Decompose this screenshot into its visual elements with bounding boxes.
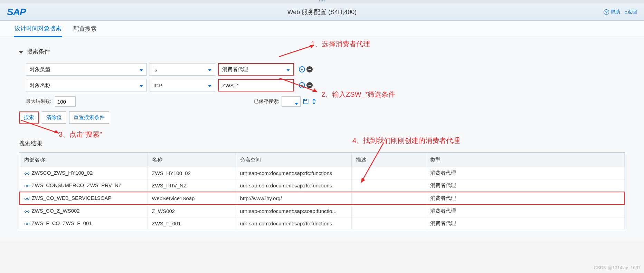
value-text: ZWS_*	[222, 82, 239, 88]
tab-design-time-search[interactable]: 设计时间对象搜索	[14, 21, 62, 37]
criteria-title: 搜索条件	[27, 48, 50, 56]
svg-rect-0	[303, 99, 308, 104]
glasses-icon	[24, 183, 30, 189]
cell-type: 消费者代理	[426, 217, 624, 230]
criteria-row: 对象类型 is 消费者代理 + −	[26, 63, 625, 76]
cell-description	[351, 217, 426, 230]
table-row[interactable]: ZWS_CONSUMERCO_ZWS_PRV_NZZWS_PRV_NZurn:s…	[20, 179, 624, 192]
svg-point-16	[25, 198, 26, 199]
glasses-icon	[24, 221, 30, 227]
col-namespace[interactable]: 命名空间	[236, 153, 351, 167]
col-description[interactable]: 描述	[351, 153, 426, 167]
cell-namespace: urn:sap-com:document:sap:rfc:functions	[236, 167, 351, 179]
content-area: 搜索条件 对象类型 is 消费者代理 + − 对象名称 ICP	[0, 37, 644, 241]
op-value: is	[153, 67, 157, 72]
criteria-header[interactable]: 搜索条件	[19, 48, 625, 56]
cell-name: ZWS_PRV_NZ	[148, 179, 236, 192]
field-select-object-type[interactable]: 对象类型	[26, 63, 147, 76]
tab-bar: 设计时间对象搜索 配置搜索	[0, 21, 644, 37]
delete-icon[interactable]	[311, 98, 317, 105]
value-text: 消费者代理	[222, 66, 248, 73]
chevron-down-icon	[19, 51, 23, 54]
annotation-1: 1、选择消费者代理	[311, 39, 370, 49]
svg-point-23	[27, 223, 29, 225]
cell-name: WebService1Soap	[148, 192, 236, 205]
chevron-down-icon	[208, 67, 211, 72]
cell-description	[351, 167, 426, 179]
cell-name: ZWS_F_001	[148, 217, 236, 230]
glasses-icon	[24, 208, 30, 214]
svg-marker-7	[54, 130, 59, 133]
table-row[interactable]: ZWS_CO_Z_WS002Z_WS002urn:sap-com:documen…	[20, 205, 624, 217]
results-title: 搜索结果	[19, 139, 625, 147]
cell-namespace: http://www.lhy.org/	[236, 192, 351, 205]
add-row-icon[interactable]: +	[299, 66, 305, 72]
saved-search-label: 已保存搜索:	[254, 98, 280, 105]
cell-type: 消费者代理	[426, 205, 624, 217]
help-label: 帮助	[610, 9, 620, 15]
operator-select[interactable]: ICP	[150, 79, 215, 91]
cell-type: 消费者代理	[426, 167, 624, 179]
cell-internal-name[interactable]: ZWSCO_ZWS_HY100_02	[20, 167, 148, 179]
svg-point-10	[25, 173, 26, 174]
table-row[interactable]: ZWS_CO_WEB_SERVICE1SOAPWebService1Soapht…	[20, 192, 624, 205]
cell-internal-name[interactable]: ZWS_CONSUMERCO_ZWS_PRV_NZ	[20, 179, 148, 192]
value-select-consumer-proxy[interactable]: 消费者代理	[218, 63, 294, 76]
add-row-icon[interactable]: +	[299, 82, 305, 88]
field-select-object-name[interactable]: 对象名称	[26, 79, 147, 91]
drag-handle[interactable]	[0, 0, 644, 3]
header: SAP Web 服务配置 (S4H;400) ? 帮助 « 返回	[0, 3, 644, 21]
back-label: 返回	[627, 9, 637, 15]
cell-namespace: urn:sap-com:document:sap:rfc:functions	[236, 179, 351, 192]
max-results-input[interactable]	[55, 96, 76, 107]
col-type[interactable]: 类型	[426, 153, 624, 167]
chevron-left-icon: «	[624, 9, 626, 15]
reset-button[interactable]: 重置搜索条件	[69, 111, 109, 124]
op-value: ICP	[153, 82, 162, 88]
svg-point-22	[25, 223, 26, 225]
page-title: Web 服务配置 (S4H;400)	[287, 8, 357, 16]
save-icon[interactable]	[303, 98, 309, 105]
remove-row-icon[interactable]: −	[306, 82, 313, 88]
cell-description	[351, 179, 426, 192]
svg-point-11	[27, 173, 29, 174]
glasses-icon	[24, 196, 30, 202]
clear-button[interactable]: 清除值	[42, 111, 66, 124]
field-value: 对象名称	[30, 82, 50, 89]
svg-point-20	[27, 211, 29, 212]
search-button[interactable]: 搜索	[19, 111, 39, 124]
cell-description	[351, 205, 426, 217]
cell-internal-name[interactable]: ZWS_F_CO_ZWS_F_001	[20, 217, 148, 230]
col-internal-name[interactable]: 内部名称	[20, 153, 148, 167]
help-icon: ?	[604, 9, 609, 15]
chevron-down-icon	[286, 67, 290, 72]
results-table: 内部名称 名称 命名空间 描述 类型 ZWSCO_ZWS_HY100_02ZWS…	[19, 152, 625, 230]
table-row[interactable]: ZWS_F_CO_ZWS_F_001ZWS_F_001urn:sap-com:d…	[20, 217, 624, 230]
svg-rect-1	[304, 99, 306, 101]
criteria-row: 对象名称 ICP ZWS_* + −	[26, 79, 625, 91]
chevron-down-icon	[295, 100, 298, 106]
chevron-down-icon	[140, 67, 143, 72]
saved-search-select[interactable]	[282, 96, 301, 107]
remove-row-icon[interactable]: −	[306, 66, 313, 72]
cell-description	[351, 192, 426, 205]
chevron-down-icon	[140, 82, 143, 88]
cell-internal-name[interactable]: ZWS_CO_Z_WS002	[20, 205, 148, 217]
value-input-pattern[interactable]: ZWS_*	[218, 79, 294, 91]
svg-point-13	[25, 185, 26, 187]
sap-logo: SAP	[7, 7, 26, 18]
cell-internal-name[interactable]: ZWS_CO_WEB_SERVICE1SOAP	[20, 192, 148, 205]
cell-type: 消费者代理	[426, 192, 624, 205]
cell-namespace: urn:sap-com:document:sap:soap:functio...	[236, 205, 351, 217]
table-row[interactable]: ZWSCO_ZWS_HY100_02ZWS_HY100_02urn:sap-co…	[20, 167, 624, 179]
tab-config-search[interactable]: 配置搜索	[73, 21, 97, 36]
col-name[interactable]: 名称	[148, 153, 236, 167]
back-link[interactable]: « 返回	[624, 9, 637, 15]
help-link[interactable]: ? 帮助	[604, 9, 620, 15]
operator-select[interactable]: is	[150, 63, 215, 76]
svg-point-19	[25, 211, 26, 212]
chevron-down-icon	[208, 82, 211, 88]
cell-namespace: urn:sap-com:document:sap:rfc:functions	[236, 217, 351, 230]
svg-point-17	[27, 198, 29, 199]
cell-name: ZWS_HY100_02	[148, 167, 236, 179]
